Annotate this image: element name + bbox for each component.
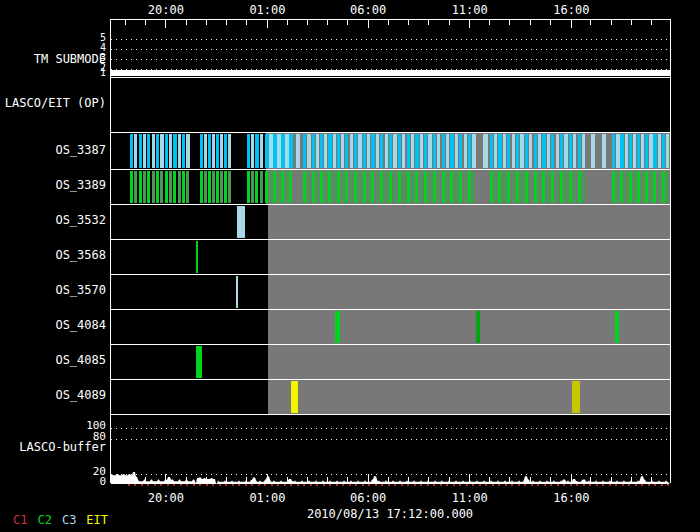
- row-label-os-4084: OS_4084: [55, 317, 106, 333]
- event-bar: [602, 134, 606, 168]
- event-bar: [341, 171, 344, 203]
- legend-item-c2: C2: [37, 513, 51, 527]
- time-axis-label-bottom: 01:00: [249, 491, 285, 505]
- event-bar: [376, 134, 379, 168]
- scheduled-region: [268, 275, 670, 309]
- event-bar: [376, 171, 379, 203]
- axis-tick: [550, 477, 551, 482]
- event-bar: [433, 171, 436, 203]
- event-bar: [560, 134, 563, 168]
- axis-tick: [368, 474, 369, 482]
- axis-tick: [145, 477, 146, 482]
- row-label-os-3389: OS_3389: [55, 177, 106, 193]
- event-bar: [228, 171, 231, 203]
- event-bar: [143, 134, 146, 168]
- event-bar: [385, 171, 388, 203]
- event-bar: [200, 171, 203, 203]
- axis-tick: [408, 20, 409, 25]
- event-bar: [551, 134, 554, 168]
- axis-tick: [206, 477, 207, 482]
- event-bar: [212, 171, 215, 203]
- axis-tick: [449, 477, 450, 482]
- panel-os-4085: [111, 344, 670, 379]
- axis-tick: [388, 20, 389, 25]
- axis-tick: [125, 20, 126, 25]
- axis-tick: [246, 20, 247, 25]
- red-dot-strip: [128, 484, 669, 486]
- event-bar: [534, 171, 537, 203]
- event-bar: [641, 171, 644, 203]
- event-bar: [525, 171, 528, 203]
- panel-lasco-eit-op: [111, 77, 670, 132]
- event-bar: [380, 171, 383, 203]
- event-bar: [169, 171, 172, 203]
- axis-tick: [327, 477, 328, 482]
- axis-tick: [226, 20, 227, 25]
- event-bar: [269, 171, 272, 203]
- event-bar: [341, 134, 344, 168]
- event-bar: [358, 134, 361, 168]
- event-bar: [393, 171, 396, 203]
- axis-tick: [489, 20, 490, 25]
- axis-tick: [125, 477, 126, 482]
- event-bar: [424, 171, 427, 203]
- event-bar: [450, 134, 453, 168]
- event-bar: [212, 134, 215, 168]
- axis-tick: [631, 477, 632, 482]
- axis-tick: [368, 20, 369, 28]
- axis-tick: [571, 474, 572, 482]
- event-bar: [615, 311, 619, 343]
- axis-tick: [590, 477, 591, 482]
- axis-tick: [509, 20, 510, 25]
- event-bar: [277, 134, 280, 168]
- event-bar: [173, 171, 176, 203]
- axis-tick: [571, 20, 572, 28]
- event-bar: [529, 171, 532, 203]
- event-bar: [160, 134, 163, 168]
- panel-os-4089: [111, 379, 670, 414]
- event-bar: [281, 134, 284, 168]
- event-bar: [156, 171, 159, 203]
- legend-item-c3: C3: [62, 513, 76, 527]
- event-bar: [182, 134, 185, 168]
- event-bar: [169, 134, 172, 168]
- event-bar: [165, 171, 168, 203]
- buffer-ytick: 0: [99, 476, 106, 487]
- event-bar: [649, 171, 652, 203]
- time-axis-label-bottom: 20:00: [148, 491, 184, 505]
- event-bar: [645, 171, 648, 203]
- event-bar: [367, 171, 370, 203]
- event-bar: [178, 171, 181, 203]
- buffer-ytick: 80: [93, 431, 106, 442]
- submode-ytick: 1: [100, 68, 106, 78]
- event-bar: [459, 171, 462, 203]
- event-bar: [350, 134, 353, 168]
- dotted-gridline: [111, 39, 670, 40]
- event-bar: [556, 171, 559, 203]
- event-bar: [649, 134, 652, 168]
- event-bar: [573, 171, 576, 203]
- event-bar: [255, 171, 258, 203]
- event-bar: [389, 134, 392, 168]
- scheduled-region: [268, 205, 670, 239]
- event-bar: [236, 276, 238, 308]
- panel-tm-submode: [111, 20, 670, 77]
- axis-tick: [267, 20, 268, 28]
- event-bar: [641, 134, 644, 168]
- event-bar: [328, 134, 331, 168]
- axis-tick: [186, 477, 187, 482]
- event-bar: [490, 171, 493, 203]
- event-bar: [160, 171, 163, 203]
- axis-tick: [287, 20, 288, 25]
- event-bar: [320, 171, 323, 203]
- axis-tick: [530, 20, 531, 25]
- event-bar: [658, 134, 661, 168]
- legend-item-c1: C1: [13, 513, 27, 527]
- event-bar: [516, 134, 519, 168]
- event-bar: [204, 134, 207, 168]
- event-bar: [464, 171, 467, 203]
- event-bar: [285, 171, 288, 203]
- event-bar: [152, 134, 155, 168]
- event-bar: [196, 241, 198, 273]
- event-bar: [633, 134, 636, 168]
